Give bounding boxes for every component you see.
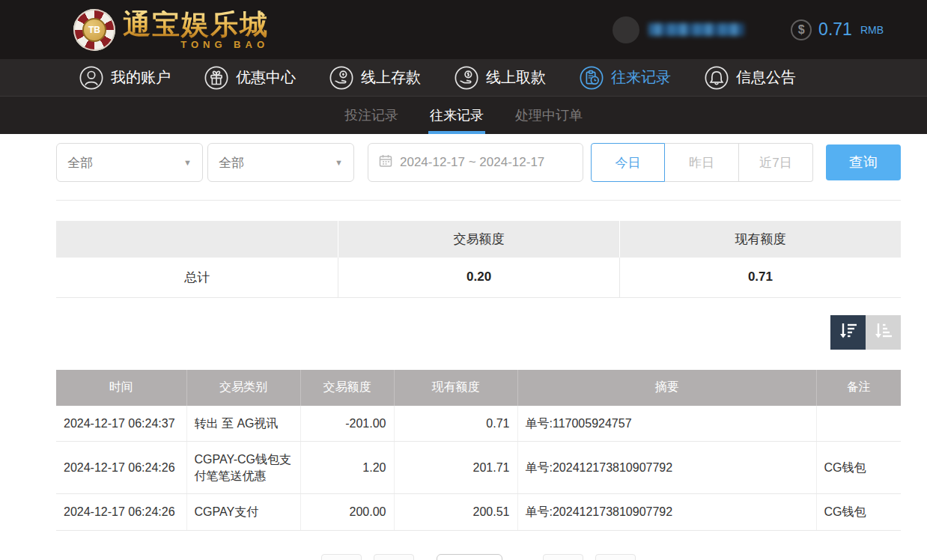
last-page-button[interactable]: ▶▶ — [595, 554, 636, 560]
tab-betting-records[interactable]: 投注记录 — [343, 97, 400, 134]
prev-page-button[interactable]: ◀ — [374, 554, 414, 560]
cell-summary: 单号:202412173810907792 — [517, 494, 816, 531]
cell-time: 2024-12-17 06:24:37 — [56, 406, 186, 442]
calendar-icon — [378, 153, 393, 172]
cell-note: CG钱包 — [816, 494, 901, 531]
cell-amount: 1.20 — [300, 442, 394, 494]
records-clipboard-icon — [579, 65, 604, 91]
main-nav: 我的账户 优惠中心 线上存款 线上取款 — [0, 59, 927, 96]
deposit-hand-icon — [329, 65, 354, 91]
summary-header-transaction-amount: 交易额度 — [338, 221, 620, 258]
dollar-circle-icon: $ — [791, 19, 812, 40]
summary-header-row: 交易额度 现有额度 — [56, 221, 901, 258]
col-header-summary: 摘要 — [517, 370, 816, 406]
sort-descending-button[interactable] — [830, 315, 866, 350]
gift-icon — [204, 65, 229, 91]
last7days-button[interactable]: 近7日 — [739, 143, 813, 182]
tab-pending-orders[interactable]: 处理中订单 — [514, 97, 584, 134]
cell-type: 转出 至 AG视讯 — [186, 406, 300, 442]
sort-ascending-icon — [873, 320, 894, 344]
wallet-balance[interactable]: $ 0.71 RMB — [791, 19, 884, 40]
summary-header-empty — [56, 221, 338, 258]
col-header-amount: 交易额度 — [300, 370, 394, 406]
withdraw-hand-icon — [454, 65, 479, 91]
brand-subtitle: TONG BAO — [123, 40, 269, 49]
chevron-down-icon: ▼ — [183, 158, 192, 167]
today-button[interactable]: 今日 — [591, 143, 665, 182]
col-header-balance: 现有额度 — [394, 370, 517, 406]
col-header-note: 备注 — [816, 370, 901, 406]
next-page-button[interactable]: ▶ — [543, 554, 583, 560]
cell-summary: 单号:117005924757 — [517, 406, 816, 442]
summary-current-amount: 0.71 — [619, 258, 901, 297]
table-row: 2024-12-17 06:24:37 转出 至 AG视讯 -201.00 0.… — [56, 406, 901, 442]
summary-table: 交易额度 现有额度 总计 0.20 0.71 — [56, 221, 901, 298]
cell-balance: 201.71 — [394, 442, 517, 494]
username-redacted — [648, 23, 744, 36]
summary-transaction-amount: 0.20 — [338, 258, 620, 297]
category-select-value: 全部 — [219, 154, 244, 171]
type-select-value: 全部 — [67, 154, 93, 171]
nav-item-my-account[interactable]: 我的账户 — [79, 65, 171, 91]
balance-amount: 0.71 — [818, 19, 852, 40]
section-divider — [56, 200, 901, 201]
cell-note: CG钱包 — [816, 442, 901, 494]
cell-time: 2024-12-17 06:24:26 — [56, 442, 186, 494]
chevron-down-icon: ▼ — [335, 158, 343, 167]
user-icon — [79, 65, 104, 91]
summary-total-row: 总计 0.20 0.71 — [56, 258, 901, 297]
cell-balance: 0.71 — [394, 406, 517, 442]
pagination: ◀◀ ◀ 1 /1 ▶ ▶▶ — [56, 554, 901, 560]
cell-amount: 200.00 — [300, 494, 394, 531]
table-row: 2024-12-17 06:24:26 CGPAY-CG钱包支付笔笔送优惠 1.… — [56, 442, 901, 494]
sort-controls — [56, 315, 901, 350]
search-button[interactable]: 查询 — [826, 144, 901, 180]
brand-title: 通宝娱乐城 — [123, 10, 269, 38]
nav-item-transaction-records[interactable]: 往来记录 — [579, 65, 671, 91]
content-area: 全部 ▼ 全部 ▼ 2024-12-17 ~ 2024-12-17 今日 昨日 … — [56, 143, 901, 560]
nav-item-announcements[interactable]: 信息公告 — [704, 65, 796, 91]
yesterday-button[interactable]: 昨日 — [665, 143, 739, 182]
date-range-input[interactable]: 2024-12-17 ~ 2024-12-17 — [368, 143, 583, 182]
chip-monogram: TB — [82, 18, 106, 42]
nav-item-promotions[interactable]: 优惠中心 — [204, 65, 296, 91]
table-header-row: 时间 交易类别 交易额度 现有额度 摘要 备注 — [56, 370, 901, 406]
balance-currency: RMB — [860, 24, 884, 36]
page-select[interactable]: 1 — [437, 554, 502, 560]
date-range-value: 2024-12-17 ~ 2024-12-17 — [400, 155, 544, 170]
bell-icon — [704, 65, 729, 91]
category-select[interactable]: 全部 ▼ — [207, 143, 354, 182]
first-page-button[interactable]: ◀◀ — [321, 554, 362, 560]
page-total-label: /1 — [508, 554, 520, 560]
brand-logo[interactable]: TB 通宝娱乐城 TONG BAO — [73, 9, 269, 51]
summary-header-current-amount: 现有额度 — [619, 221, 901, 258]
cell-summary: 单号:202412173810907792 — [517, 442, 816, 494]
type-select[interactable]: 全部 ▼ — [56, 143, 203, 182]
poker-chip-logo-icon: TB — [73, 9, 115, 51]
cell-balance: 200.51 — [394, 494, 517, 531]
col-header-time: 时间 — [56, 370, 186, 406]
sort-ascending-button[interactable] — [866, 315, 901, 350]
user-avatar[interactable] — [613, 16, 639, 43]
nav-item-deposit[interactable]: 线上存款 — [329, 65, 421, 91]
table-row: 2024-12-17 06:24:26 CGPAY支付 200.00 200.5… — [56, 494, 901, 531]
filter-row: 全部 ▼ 全部 ▼ 2024-12-17 ~ 2024-12-17 今日 昨日 … — [56, 143, 901, 182]
quick-date-group: 今日 昨日 近7日 — [591, 143, 813, 182]
cell-amount: -201.00 — [300, 406, 394, 442]
top-header: TB 通宝娱乐城 TONG BAO $ 0.71 RMB — [0, 0, 927, 59]
cell-type: CGPAY-CG钱包支付笔笔送优惠 — [186, 442, 300, 494]
cell-type: CGPAY支付 — [186, 494, 300, 531]
nav-item-withdraw[interactable]: 线上取款 — [454, 65, 546, 91]
tab-transaction-records[interactable]: 往来记录 — [428, 97, 485, 134]
summary-total-label: 总计 — [56, 258, 338, 297]
sort-descending-icon — [838, 320, 859, 344]
sub-nav: 投注记录 往来记录 处理中订单 — [0, 96, 927, 134]
cell-note — [816, 406, 901, 442]
transactions-table: 时间 交易类别 交易额度 现有额度 摘要 备注 2024-12-17 06:24… — [56, 370, 901, 531]
col-header-type: 交易类别 — [186, 370, 300, 406]
cell-time: 2024-12-17 06:24:26 — [56, 494, 186, 531]
